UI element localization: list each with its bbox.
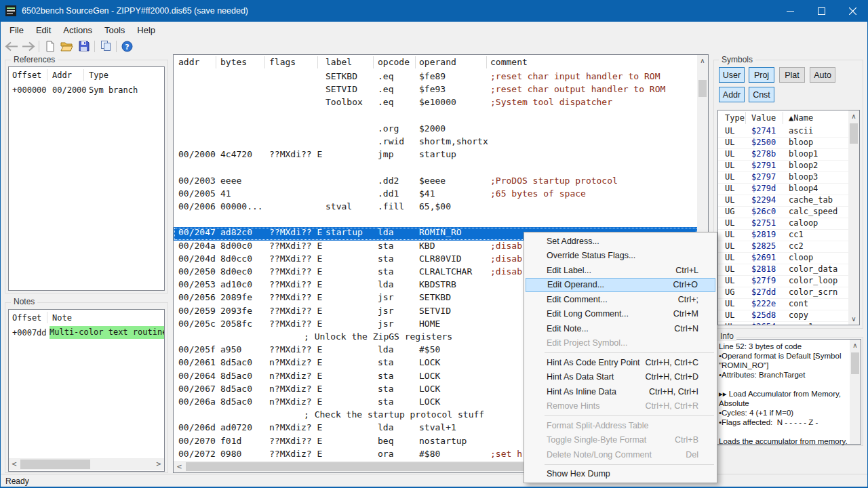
- scroll-up-arrow[interactable]: ∧: [697, 55, 708, 66]
- context-menu-item-edit-comment[interactable]: Edit Comment...Ctrl+;: [524, 292, 717, 307]
- notes-hscrollbar[interactable]: < >: [9, 458, 164, 470]
- toolbar-open-project-button[interactable]: [58, 39, 75, 54]
- menu-tools[interactable]: Tools: [98, 23, 131, 37]
- code-row[interactable]: .rwidshortm,shortx: [174, 136, 697, 149]
- references-cell[interactable]: 00/2000: [52, 85, 87, 95]
- symbols-col-header[interactable]: Value: [751, 113, 776, 123]
- context-menu-item-edit-project-symbol[interactable]: Edit Project Symbol...: [524, 336, 717, 351]
- note-offset-cell[interactable]: +0007dd: [12, 328, 47, 338]
- code-row[interactable]: [174, 110, 697, 123]
- scrollbar-thumb[interactable]: [850, 123, 858, 144]
- context-menu-item-hint-as-data-start[interactable]: Hint As Data StartCtrl+H, Ctrl+D: [524, 370, 717, 385]
- symbol-row[interactable]: UL$2791bloop2: [718, 161, 848, 172]
- context-menu-item-remove-hints[interactable]: Remove HintsCtrl+H, Ctrl+R: [524, 399, 717, 414]
- references-list[interactable]: OffsetAddrType+00000000/2000Sym branch: [8, 66, 165, 291]
- close-button[interactable]: [837, 0, 868, 22]
- context-menu-item-set-address[interactable]: Set Address...: [524, 234, 717, 249]
- notes-col-header[interactable]: Note: [52, 313, 72, 323]
- context-menu-item-edit-operand[interactable]: Edit Operand...Ctrl+O: [526, 278, 715, 293]
- code-cell-operand: ROMIN_RO: [419, 227, 462, 237]
- code-cell-operand: CLRALTCHAR: [419, 266, 472, 277]
- symbol-row[interactable]: UL$279dbloop4: [718, 184, 848, 195]
- scrollbar-thumb[interactable]: [20, 460, 90, 469]
- scroll-left-arrow[interactable]: <: [174, 461, 185, 472]
- context-menu-item-delete-note-long-comment[interactable]: Delete Note/Long CommentDel: [524, 447, 717, 462]
- symbol-filter-auto[interactable]: Auto: [810, 67, 835, 83]
- menu-help[interactable]: Help: [131, 23, 161, 37]
- toolbar-help-button[interactable]: ?: [119, 39, 136, 54]
- symbol-row[interactable]: UL$222econt: [718, 299, 848, 310]
- symbol-filter-plat[interactable]: Plat: [779, 67, 805, 83]
- context-menu-item-toggle-single-byte-format[interactable]: Toggle Single-Byte FormatCtrl+B: [524, 433, 717, 448]
- note-text-cell[interactable]: Multi-color text routines are h: [50, 326, 165, 339]
- symbol-row[interactable]: UL$2654copy1: [718, 322, 848, 325]
- toolbar-new-project-button[interactable]: [41, 39, 58, 54]
- code-row[interactable]: 00/20004c4720??MXdi?? Ejmpstartup: [174, 149, 697, 162]
- symbol-row[interactable]: UL$2825cc2: [718, 241, 848, 253]
- references-col-header[interactable]: Offset: [12, 70, 41, 80]
- context-menu-item-hint-as-inline-data[interactable]: Hint As Inline DataCtrl+H, Ctrl+I: [524, 384, 717, 399]
- code-row[interactable]: .org$2000: [174, 123, 697, 136]
- symbol-filter-cnst[interactable]: Cnst: [749, 87, 774, 102]
- notes-col-header[interactable]: Offset: [12, 313, 41, 323]
- symbol-row[interactable]: UL$2797bloop3: [718, 172, 848, 184]
- references-col-header[interactable]: Type: [89, 70, 108, 80]
- code-row[interactable]: 00/2003eeee.dd2$eeee;ProDOS startup prot…: [174, 176, 697, 188]
- symbol-row[interactable]: UG$26c0calc_speed: [718, 207, 848, 218]
- info-vscrollbar[interactable]: ∧: [850, 340, 861, 444]
- code-row[interactable]: [174, 162, 697, 175]
- symbol-row[interactable]: UL$25d8copy: [718, 310, 848, 322]
- symbols-vscrollbar[interactable]: ∧ ∨: [848, 110, 859, 325]
- menu-actions[interactable]: Actions: [57, 23, 98, 37]
- minimize-button[interactable]: [774, 0, 806, 22]
- symbol-row[interactable]: UL$2818color_data: [718, 264, 848, 276]
- symbol-row[interactable]: UL$2741ascii: [718, 126, 848, 138]
- menu-edit[interactable]: Edit: [30, 23, 57, 37]
- scroll-up-arrow[interactable]: ∧: [850, 340, 861, 351]
- scrollbar-thumb[interactable]: [698, 80, 707, 97]
- context-menu-item-format-split-address-table[interactable]: Format Split-Address Table: [524, 418, 717, 433]
- symbol-row[interactable]: UG$27ddcolor_scrn: [718, 287, 848, 299]
- scroll-down-arrow[interactable]: ∨: [848, 313, 859, 325]
- symbol-filter-user[interactable]: User: [719, 67, 745, 83]
- symbol-row[interactable]: UL$2500bloop: [718, 138, 848, 149]
- symbol-row[interactable]: UL$27f9color_loop: [718, 276, 848, 287]
- context-menu-item-edit-note[interactable]: Edit Note...Ctrl+N: [524, 321, 717, 336]
- symbols-col-header[interactable]: ▲Name: [789, 113, 813, 123]
- menu-item-label: Remove Hints: [547, 401, 600, 411]
- context-menu-item-edit-label[interactable]: Edit Label...Ctrl+L: [524, 263, 717, 278]
- maximize-button[interactable]: [806, 0, 837, 22]
- scrollbar-thumb[interactable]: [851, 352, 859, 374]
- code-row[interactable]: SETKBD.eq$fe89;reset char input handler …: [174, 71, 697, 84]
- context-menu-item-override-status-flags[interactable]: Override Status Flags...: [524, 249, 717, 264]
- code-row[interactable]: [174, 214, 697, 227]
- toolbar-forward-button[interactable]: [20, 39, 37, 54]
- context-menu-item-hint-as-code-entry-point[interactable]: Hint As Code Entry PointCtrl+H, Ctrl+C: [524, 355, 717, 370]
- symbol-filter-addr[interactable]: Addr: [719, 87, 745, 102]
- code-cell-operand: LOCK: [419, 384, 440, 394]
- toolbar-save-button[interactable]: [75, 39, 92, 54]
- symbol-row[interactable]: UL$2294cache_tab: [718, 195, 848, 207]
- menu-file[interactable]: File: [3, 23, 30, 37]
- references-cell[interactable]: +000000: [12, 85, 47, 95]
- symbol-row[interactable]: UL$278bbloop1: [718, 149, 848, 161]
- symbol-row[interactable]: UL$2691cloop: [718, 253, 848, 264]
- toolbar-back-button[interactable]: [3, 39, 20, 54]
- symbol-row[interactable]: UL$2819cc1: [718, 230, 848, 241]
- context-menu-item-show-hex-dump[interactable]: Show Hex Dump: [524, 467, 717, 482]
- references-cell[interactable]: Sym branch: [89, 85, 138, 95]
- references-col-header[interactable]: Addr: [52, 70, 72, 80]
- scroll-right-arrow[interactable]: >: [153, 458, 164, 470]
- context-menu-item-edit-long-comment[interactable]: Edit Long Comment...Ctrl+M: [524, 307, 717, 322]
- scroll-up-arrow[interactable]: ∧: [848, 110, 859, 122]
- code-row[interactable]: 00/200600000...stval.fill65,$00: [174, 201, 697, 214]
- code-row[interactable]: 00/200541.dd1$41;65 bytes of space: [174, 188, 697, 201]
- code-row[interactable]: Toolbox.eq$e10000;System tool dispatcher: [174, 97, 697, 110]
- code-row[interactable]: SETVID.eq$fe93;reset char output handler…: [174, 84, 697, 97]
- scroll-left-arrow[interactable]: <: [9, 458, 20, 470]
- toolbar-copy-button[interactable]: [97, 39, 114, 54]
- notes-list[interactable]: OffsetNote+0007ddMulti-color text routin…: [8, 309, 165, 472]
- symbol-row[interactable]: UL$2751caloop: [718, 218, 848, 230]
- symbols-col-header[interactable]: Type: [725, 113, 745, 123]
- symbol-filter-proj[interactable]: Proj: [749, 67, 774, 83]
